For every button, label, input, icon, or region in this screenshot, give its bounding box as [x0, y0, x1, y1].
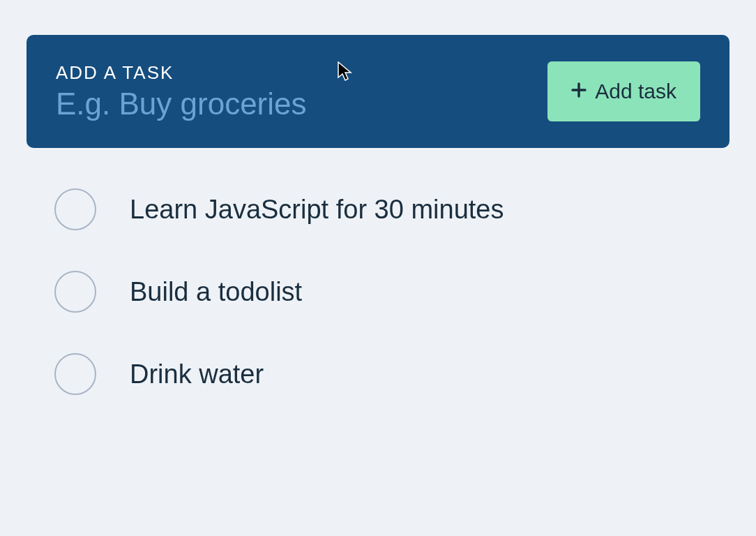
task-list: Learn JavaScript for 30 minutes Build a … [27, 188, 729, 395]
task-text: Build a todolist [130, 277, 302, 307]
task-checkbox[interactable] [54, 271, 96, 313]
plus-icon [571, 80, 587, 103]
task-item: Drink water [54, 353, 729, 395]
add-task-card: Add a task Add task [27, 35, 729, 148]
add-task-button-label: Add task [595, 80, 676, 103]
task-item: Build a todolist [54, 271, 729, 313]
add-task-button[interactable]: Add task [547, 61, 700, 121]
task-text: Learn JavaScript for 30 minutes [130, 195, 504, 225]
input-section: Add a task [56, 62, 534, 121]
add-task-label: Add a task [56, 62, 534, 84]
task-checkbox[interactable] [54, 353, 96, 395]
task-text: Drink water [130, 359, 264, 389]
task-item: Learn JavaScript for 30 minutes [54, 188, 729, 230]
task-input[interactable] [56, 87, 534, 121]
task-checkbox[interactable] [54, 188, 96, 230]
